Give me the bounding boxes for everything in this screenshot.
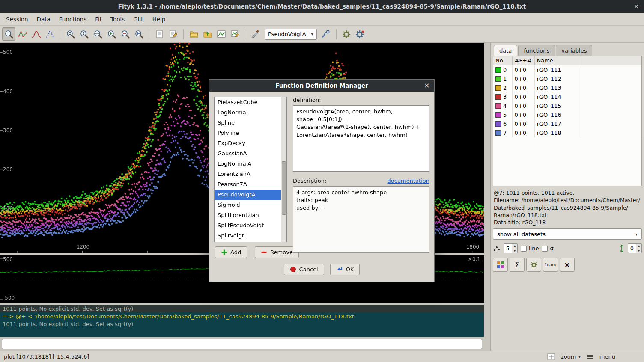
function-list-item[interactable]: PseudoVoigtA [215, 190, 286, 200]
dialog-close-button[interactable]: × [424, 82, 429, 89]
function-list-item[interactable]: SplitLorentzian [215, 210, 286, 220]
menu-item-tools[interactable]: Tools [106, 14, 129, 25]
column-header-name[interactable]: Name [534, 56, 581, 65]
crosshair-icon[interactable] [547, 353, 555, 360]
zoom-horizontal-button[interactable] [91, 27, 104, 41]
shift-spinner[interactable]: 0 ▲▼ [628, 243, 642, 253]
console-line: =-> @+ < '/home/aleplo/test/Documents/Ch… [0, 312, 484, 320]
add-function-mode-button[interactable] [30, 27, 43, 41]
function-list-item[interactable]: LogNormal [215, 107, 286, 118]
show-log-button[interactable] [153, 27, 166, 41]
dataset-fcount-cell: 0+0 [512, 92, 534, 101]
dataset-name-cell: rGO_118 [534, 128, 581, 137]
tab-functions[interactable]: functions [518, 45, 555, 56]
scrollbar-thumb[interactable] [282, 161, 286, 215]
menu-item-gui[interactable]: GUI [129, 14, 148, 25]
sigma-icon: Σ [515, 261, 519, 269]
function-list-item[interactable]: Sigmoid [215, 200, 286, 210]
function-list-item[interactable]: Spline [215, 118, 286, 128]
menu-item-fit[interactable]: Fit [91, 14, 106, 25]
dataset-row[interactable]: 30+0rGO_114 [493, 92, 641, 101]
function-list-item[interactable]: Polyline [215, 128, 286, 138]
documentation-link[interactable]: documentation [388, 178, 429, 184]
output-console[interactable]: 1011 points. No explicit std. dev. Set a… [0, 305, 484, 337]
function-list-item[interactable]: LogNormalA [215, 159, 286, 169]
ok-button[interactable]: OK [330, 264, 360, 275]
dialog-titlebar[interactable]: Function Definition Manager × [209, 80, 434, 92]
rename-dataset-button[interactable]: Inam [543, 258, 558, 272]
column-header-f[interactable]: #F+# [512, 56, 534, 65]
tab-variables[interactable]: variables [556, 45, 592, 56]
dataset-row[interactable]: 10+0rGO_112 [493, 74, 641, 83]
dataset-name-cell: rGO_114 [534, 92, 581, 101]
dataset-row[interactable]: 70+0rGO_118 [493, 128, 641, 137]
zoom-mode-button[interactable] [2, 27, 15, 41]
point-size-spinner[interactable]: 5 ▲▼ [504, 243, 518, 253]
function-list-item[interactable]: ExpDecay [215, 138, 286, 148]
menu-item-data[interactable]: Data [33, 14, 55, 25]
data-transform-button[interactable] [249, 27, 262, 41]
function-list-item[interactable]: Pearson7A [215, 179, 286, 190]
function-list-scrollbar[interactable] [281, 97, 286, 242]
status-zoom-label[interactable]: zoom [561, 353, 576, 360]
dataset-grid-button[interactable] [493, 258, 508, 272]
menu-item-functions[interactable]: Functions [55, 14, 91, 25]
function-list-item[interactable]: GaussianA [215, 148, 286, 159]
menu-icon[interactable] [587, 354, 593, 360]
status-menu-label[interactable]: menu [599, 353, 615, 360]
line-checkbox[interactable]: line [521, 245, 539, 252]
fit-options-button[interactable] [354, 27, 367, 41]
export-data-button[interactable] [201, 27, 214, 41]
dataset-fcount-cell: 0+0 [512, 74, 534, 83]
zoom-previous-button[interactable] [132, 27, 146, 41]
menu-item-session[interactable]: Session [2, 14, 33, 25]
cancel-button[interactable]: Cancel [284, 264, 324, 275]
fit-dataset-button[interactable] [526, 258, 541, 272]
definition-editor[interactable]: PseudoVoigtA(area, center, hwhm, shape=0… [293, 105, 429, 172]
column-header-no[interactable]: No [493, 56, 512, 65]
edit-data-mode-button[interactable] [16, 27, 29, 41]
datasets-filter-dropdown[interactable]: show all datasets ▾ [493, 228, 642, 240]
zoom-all-button[interactable] [64, 27, 77, 41]
add-peak-button[interactable] [319, 27, 333, 41]
spin-up-icon[interactable]: ▲ [636, 244, 641, 249]
plot-frame-button[interactable] [215, 27, 228, 41]
dataset-color-swatch [495, 67, 501, 73]
function-list-item[interactable]: SplitPseudoVoigt [215, 220, 286, 231]
edit-script-button[interactable] [167, 27, 180, 41]
function-list-item[interactable]: SplitVoigt [215, 231, 286, 241]
command-input[interactable] [2, 339, 482, 349]
zoom-out-button[interactable] [119, 27, 132, 41]
datasets-filter-value: show all datasets [497, 231, 546, 237]
dataset-row[interactable]: 20+0rGO_113 [493, 83, 641, 92]
function-list-item[interactable]: LorentzianA [215, 169, 286, 179]
dataset-row[interactable]: 00+0rGO_111 [493, 65, 641, 74]
add-function-definition-button[interactable]: Add [215, 246, 247, 258]
zoom-vertical-button[interactable] [78, 27, 91, 41]
console-selection: =-> @+ < '/home/aleplo/test/Documents/Ch… [0, 312, 484, 337]
dataset-row[interactable]: 40+0rGO_115 [493, 101, 641, 110]
close-window-button[interactable]: × [633, 0, 639, 13]
function-list-item[interactable]: PielaszekCube [215, 97, 286, 107]
activate-data-mode-button[interactable] [43, 27, 57, 41]
plot-style-controls: 5 ▲▼ line σ 0 ▲▼ [493, 243, 642, 253]
checkbox-box[interactable] [542, 246, 548, 252]
function-type-select[interactable]: PseudoVoigtA ▾ [265, 29, 317, 40]
export-image-button[interactable] [228, 27, 242, 41]
spin-down-icon[interactable]: ▼ [636, 249, 641, 253]
plus-icon [221, 249, 227, 255]
spin-up-icon[interactable]: ▲ [512, 244, 517, 249]
zoom-in-button[interactable] [105, 27, 118, 41]
delete-dataset-button[interactable]: × [560, 258, 575, 272]
dataset-row[interactable]: 60+0rGO_117 [493, 119, 641, 128]
dataset-row[interactable]: 50+0rGO_116 [493, 110, 641, 119]
checkbox-box[interactable] [521, 246, 527, 252]
load-data-button[interactable] [187, 27, 200, 41]
tab-data[interactable]: data [494, 45, 517, 56]
spin-down-icon[interactable]: ▼ [512, 249, 517, 253]
menu-item-help[interactable]: Help [148, 14, 170, 25]
sum-datasets-button[interactable]: Σ [510, 258, 525, 272]
fit-run-button[interactable] [340, 27, 353, 41]
sigma-checkbox[interactable]: σ [542, 245, 553, 252]
remove-function-definition-button[interactable]: Remove [255, 246, 299, 258]
